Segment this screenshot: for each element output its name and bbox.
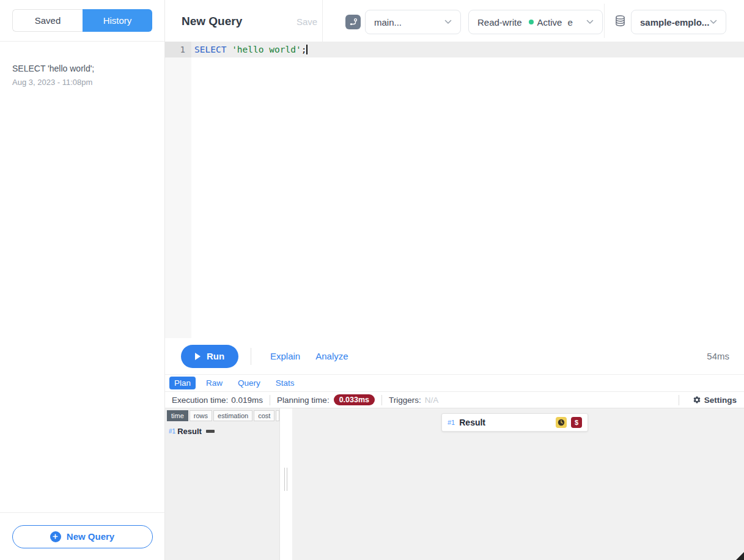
stats-divider [679, 395, 679, 405]
execution-time-label: Execution time: [172, 396, 228, 405]
plan-tree-panel: time rows estimation cost #1 Result [165, 408, 280, 560]
triggers-value: N/A [425, 396, 439, 405]
run-toolbar: Run Explain Analyze 54ms [165, 338, 744, 374]
tab-saved[interactable]: Saved [12, 9, 83, 32]
plan-node-id: #1 [448, 419, 455, 426]
endpoint-select[interactable]: Read-write Active e [468, 10, 603, 34]
branch-select-value: main... [374, 17, 402, 28]
plan-canvas[interactable]: #1 Result $ [292, 408, 744, 560]
status-dot-icon [529, 20, 534, 24]
new-query-button-label: New Query [67, 531, 114, 542]
plan-node-label: Result [177, 427, 202, 436]
plus-icon [50, 531, 61, 542]
tab-query[interactable]: Query [233, 377, 265, 389]
plan-node-card[interactable]: #1 Result $ [441, 413, 588, 432]
tab-raw[interactable]: Raw [201, 377, 227, 389]
line-number: 1 [165, 42, 191, 57]
database-select[interactable]: sample-emplo... [631, 10, 726, 34]
chevron-down-icon [710, 20, 717, 24]
panel-splitter[interactable] [280, 408, 292, 560]
code-line-text: SELECT 'hello world'; [191, 42, 308, 57]
metric-tab-time[interactable]: time [167, 410, 188, 421]
sql-keyword: SELECT [194, 45, 226, 54]
header-divider [604, 4, 605, 38]
plan-node-label: Result [459, 418, 485, 427]
chevron-down-icon [444, 20, 452, 24]
clock-icon [556, 417, 567, 428]
new-query-button[interactable]: New Query [12, 525, 153, 548]
text-cursor [306, 45, 308, 54]
query-header: New Query Save main... Read-write Active… [165, 0, 744, 42]
saved-history-toggle: Saved History [12, 9, 152, 32]
duration-bar [206, 430, 215, 433]
settings-group: Settings [672, 395, 744, 405]
plan-visualizer: time rows estimation cost #1 Result #1 R… [165, 408, 744, 560]
gear-icon [693, 396, 701, 404]
run-button[interactable]: Run [181, 345, 238, 368]
plan-metric-tabs: time rows estimation cost [165, 408, 279, 421]
triggers-label: Triggers: [389, 396, 421, 405]
sidebar-footer: New Query [0, 512, 164, 560]
settings-button[interactable]: Settings [693, 396, 737, 405]
endpoint-mode: Read-write [477, 17, 522, 28]
sql-string: 'hello world' [232, 45, 301, 54]
dollar-icon: $ [571, 417, 582, 428]
run-button-label: Run [207, 351, 224, 361]
settings-label: Settings [704, 396, 737, 405]
splitter-handle-icon [287, 468, 287, 491]
editor-active-line[interactable]: 1 SELECT 'hello world'; [165, 42, 744, 57]
plan-node-id: #1 [169, 428, 175, 435]
splitter-handle-icon [284, 468, 285, 491]
header-divider [322, 0, 323, 42]
editor-gutter [165, 42, 191, 338]
page-title: New Query [182, 15, 242, 28]
branch-select[interactable]: main... [365, 10, 461, 34]
play-icon [195, 353, 201, 360]
explain-button[interactable]: Explain [270, 351, 300, 361]
sql-terminator: ; [301, 45, 307, 54]
tab-history[interactable]: History [83, 9, 152, 32]
metric-tab-estimation[interactable]: estimation [213, 410, 252, 421]
plan-tree-row[interactable]: #1 Result [165, 427, 279, 436]
tab-stats[interactable]: Stats [271, 377, 300, 389]
analyze-button[interactable]: Analyze [315, 351, 348, 361]
sidebar-header: Saved History [0, 0, 164, 42]
tab-plan[interactable]: Plan [169, 377, 196, 389]
history-query-text: SELECT 'hello world'; [12, 64, 152, 73]
planning-time-badge: 0.033ms [334, 394, 375, 405]
stats-divider [270, 395, 270, 405]
toolbar-divider [251, 348, 251, 365]
plan-node-badges: $ [556, 417, 582, 428]
save-button[interactable]: Save [296, 17, 317, 27]
planning-time-label: Planning time: [277, 396, 330, 405]
plan-stats-bar: Execution time: 0.019ms Planning time: 0… [165, 392, 744, 408]
metric-tab-rows[interactable]: rows [190, 410, 212, 421]
chevron-down-icon [586, 20, 594, 24]
sidebar: Saved History SELECT 'hello world'; Aug … [0, 0, 165, 560]
endpoint-status: Active [537, 17, 562, 28]
query-duration: 54ms [707, 351, 729, 361]
sql-code-editor[interactable]: 1 SELECT 'hello world'; [165, 42, 744, 338]
corner-resize-handle[interactable] [736, 552, 744, 560]
history-list-item[interactable]: SELECT 'hello world'; Aug 3, 2023 - 11:0… [0, 42, 164, 87]
database-select-value: sample-emplo... [640, 17, 709, 28]
branch-icon [345, 15, 361, 29]
results-tab-bar: Plan Raw Query Stats [165, 374, 744, 392]
database-icon [614, 15, 627, 29]
metric-tab-cost[interactable]: cost [254, 410, 274, 421]
execution-time-value: 0.019ms [231, 396, 263, 405]
sql-editor-app: Saved History SELECT 'hello world'; Aug … [0, 0, 744, 560]
metric-tab-clipped [276, 410, 279, 421]
history-timestamp: Aug 3, 2023 - 11:08pm [12, 78, 152, 87]
stats-divider [381, 395, 382, 405]
endpoint-extra-text: e [567, 17, 572, 28]
